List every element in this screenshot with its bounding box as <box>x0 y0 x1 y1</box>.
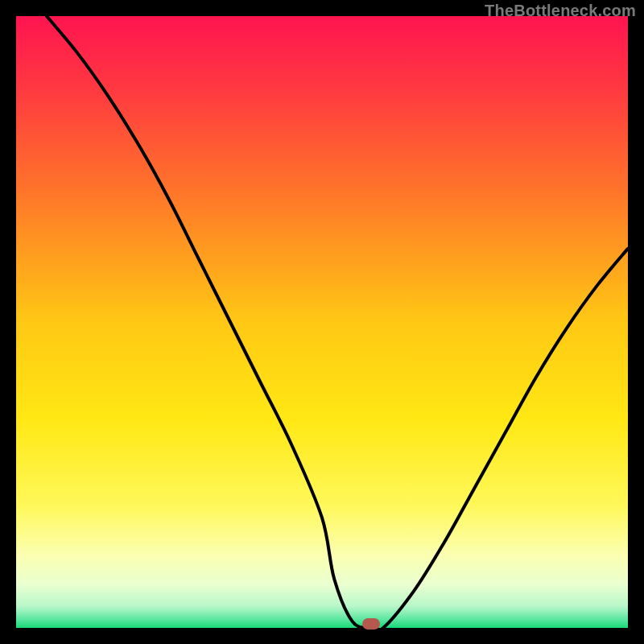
chart-svg <box>16 16 628 628</box>
bottleneck-marker <box>362 618 380 630</box>
gradient-rect <box>16 16 628 628</box>
plot-area <box>16 16 628 628</box>
chart-frame: TheBottleneck.com <box>0 0 644 644</box>
